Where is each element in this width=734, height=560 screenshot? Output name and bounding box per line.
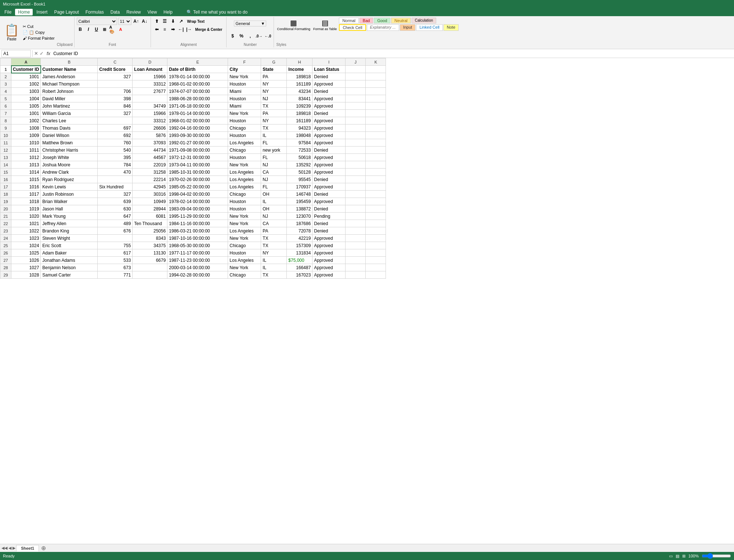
cell-c22[interactable]: 489	[98, 220, 133, 227]
format-painter-button[interactable]: 🖌 Format Painter	[21, 36, 56, 41]
cell-f26[interactable]: Houston	[228, 249, 261, 257]
cell-f10[interactable]: Houston	[228, 132, 261, 139]
cell-b26[interactable]: Adam Baker	[41, 249, 98, 257]
cell-f25[interactable]: Chicago	[228, 242, 261, 249]
cell-h7[interactable]: 189818	[287, 110, 312, 117]
cell-j3[interactable]	[346, 80, 366, 88]
col-header-k[interactable]: K	[366, 58, 386, 66]
row-num-4[interactable]: 4	[0, 88, 11, 95]
cell-f6[interactable]: Miami	[228, 102, 261, 110]
cell-j12[interactable]	[346, 147, 366, 154]
cell-c11[interactable]: 760	[98, 139, 133, 147]
cell-e17[interactable]: 1985-05-22 00:00:00	[167, 183, 228, 191]
cell-h26[interactable]: 131834	[287, 249, 312, 257]
cell-d21[interactable]: 6081	[133, 213, 167, 220]
cell-i20[interactable]: Denied	[312, 205, 346, 213]
cell-j20[interactable]	[346, 205, 366, 213]
cell-b25[interactable]: Eric Scott	[41, 242, 98, 249]
align-center-button[interactable]: ≡	[161, 26, 169, 33]
cell-h13[interactable]: 50618	[287, 154, 312, 161]
cell-g29[interactable]: TX	[261, 271, 287, 279]
cell-j10[interactable]	[346, 132, 366, 139]
cell-f14[interactable]: New York	[228, 161, 261, 169]
cell-h17[interactable]: 170937	[287, 183, 312, 191]
cell-a27[interactable]: 1026	[11, 257, 41, 264]
cell-f9[interactable]: Chicago	[228, 124, 261, 132]
cell-i12[interactable]: Denied	[312, 147, 346, 154]
cell-f1[interactable]: City	[228, 66, 261, 73]
cell-j6[interactable]	[346, 102, 366, 110]
col-header-d[interactable]: D	[133, 58, 167, 66]
cell-f4[interactable]: Miami	[228, 88, 261, 95]
cell-i13[interactable]: Approved	[312, 154, 346, 161]
style-bad[interactable]: Bad	[359, 18, 373, 24]
cell-g6[interactable]: TX	[261, 102, 287, 110]
cell-d5[interactable]	[133, 95, 167, 102]
cell-g17[interactable]: FL	[261, 183, 287, 191]
cell-c10[interactable]: 692	[98, 132, 133, 139]
cell-e23[interactable]: 1986-03-21 00:00:00	[167, 227, 228, 235]
cell-k1[interactable]	[366, 66, 386, 73]
cell-h20[interactable]: 138872	[287, 205, 312, 213]
cell-i25[interactable]: Approved	[312, 242, 346, 249]
cell-b10[interactable]: Daniel Wilson	[41, 132, 98, 139]
cell-d19[interactable]: 10949	[133, 198, 167, 205]
cut-button[interactable]: ✂ Cut	[21, 24, 56, 29]
cell-j27[interactable]	[346, 257, 366, 264]
cell-a23[interactable]: 1022	[11, 227, 41, 235]
cell-d18[interactable]: 30316	[133, 191, 167, 198]
cell-k29[interactable]	[366, 271, 386, 279]
cell-j24[interactable]	[346, 235, 366, 242]
cell-c20[interactable]: 630	[98, 205, 133, 213]
cell-f24[interactable]: New York	[228, 235, 261, 242]
cell-b17[interactable]: Kevin Lewis	[41, 183, 98, 191]
menu-insert[interactable]: Insert	[33, 9, 50, 15]
row-num-8[interactable]: 8	[0, 117, 11, 124]
cell-i18[interactable]: Denied	[312, 191, 346, 198]
cell-j2[interactable]	[346, 73, 366, 80]
cell-a28[interactable]: 1027	[11, 264, 41, 271]
cell-e7[interactable]: 1978-01-14 00:00:00	[167, 110, 228, 117]
cell-f27[interactable]: Los Angeles	[228, 257, 261, 264]
cell-g3[interactable]: NY	[261, 80, 287, 88]
cell-e3[interactable]: 1968-01-02 00:00:00	[167, 80, 228, 88]
row-num-18[interactable]: 18	[0, 191, 11, 198]
cell-i23[interactable]: Denied	[312, 227, 346, 235]
cell-d26[interactable]: 13130	[133, 249, 167, 257]
row-num-26[interactable]: 26	[0, 249, 11, 257]
cell-d29[interactable]	[133, 271, 167, 279]
cell-d23[interactable]: 25056	[133, 227, 167, 235]
cell-a2[interactable]: 1001	[11, 73, 41, 80]
cell-j9[interactable]	[346, 124, 366, 132]
row-num-16[interactable]: 16	[0, 176, 11, 183]
row-num-17[interactable]: 17	[0, 183, 11, 191]
cell-j11[interactable]	[346, 139, 366, 147]
row-num-24[interactable]: 24	[0, 235, 11, 242]
cell-k10[interactable]	[366, 132, 386, 139]
cell-h1[interactable]: Income	[287, 66, 312, 73]
cell-c21[interactable]: 647	[98, 213, 133, 220]
cell-a8[interactable]: 1002	[11, 117, 41, 124]
cell-a24[interactable]: 1023	[11, 235, 41, 242]
style-neutral[interactable]: Neutral	[391, 18, 411, 24]
cell-i19[interactable]: Approved	[312, 198, 346, 205]
formula-confirm-icon[interactable]: ✓	[40, 51, 44, 56]
cell-g9[interactable]: TX	[261, 124, 287, 132]
cell-j7[interactable]	[346, 110, 366, 117]
cell-i10[interactable]: Approved	[312, 132, 346, 139]
cell-f7[interactable]: New York	[228, 110, 261, 117]
cell-a21[interactable]: 1020	[11, 213, 41, 220]
cell-d24[interactable]: 8343	[133, 235, 167, 242]
sheet-scroll-left[interactable]: ◀◀ ◀ ▶	[1, 546, 15, 550]
formula-cancel-icon[interactable]: ✕	[34, 51, 38, 56]
bold-button[interactable]: B	[77, 26, 84, 33]
cell-f15[interactable]: Los Angeles	[228, 169, 261, 176]
cell-f11[interactable]: Los Angeles	[228, 139, 261, 147]
cell-h25[interactable]: 157309	[287, 242, 312, 249]
cell-c23[interactable]: 676	[98, 227, 133, 235]
cell-e19[interactable]: 1978-02-14 00:00:00	[167, 198, 228, 205]
cell-d9[interactable]: 26606	[133, 124, 167, 132]
cell-h4[interactable]: 43234	[287, 88, 312, 95]
cell-i9[interactable]: Approved	[312, 124, 346, 132]
cell-i4[interactable]: Denied	[312, 88, 346, 95]
